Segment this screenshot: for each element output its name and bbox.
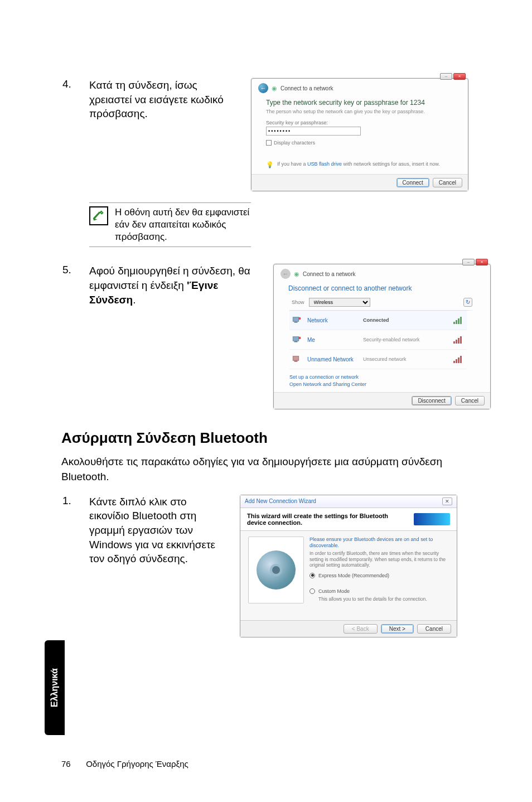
cancel-button[interactable]: Cancel xyxy=(455,396,485,405)
next-button[interactable]: Next > xyxy=(381,624,414,634)
network-name: Unnamed Network xyxy=(307,356,357,363)
note-icon xyxy=(89,206,108,225)
svg-rect-3 xyxy=(293,337,299,341)
document-page: 4. Κατά τη σύνδεση, ίσως χρειαστεί να ει… xyxy=(0,0,532,637)
step-1-bt-row: 1. Κάντε διπλό κλικ στο εικονίδιο Blueto… xyxy=(61,495,487,637)
close-button[interactable]: × xyxy=(453,73,466,80)
network-icon: ◉ xyxy=(272,85,277,92)
bluetooth-wizard-wrap: Add New Connection Wizard ✕ This wizard … xyxy=(240,495,487,637)
connect-button[interactable]: Connect xyxy=(396,178,429,187)
wizard-hint-1: Please ensure your Bluetooth devices are… xyxy=(309,537,449,549)
step-text: Αφού δημιουργηθεί η σύνδεση, θα εμφανιστ… xyxy=(89,264,262,307)
computer-icon xyxy=(292,354,302,364)
close-button[interactable]: ✕ xyxy=(442,497,452,505)
wizard-banner-text: This wizard will create the settings for… xyxy=(247,513,408,526)
list-item[interactable]: Network Connected xyxy=(289,311,467,330)
note-text: Η οθόνη αυτή δεν θα εμφανιστεί εάν δεν α… xyxy=(115,206,251,243)
banner-graphic xyxy=(414,513,450,525)
minimize-button[interactable]: – xyxy=(462,259,475,265)
bluetooth-wizard: Add New Connection Wizard ✕ This wizard … xyxy=(240,495,457,637)
svg-point-2 xyxy=(298,317,301,320)
note-box: Η οθόνη αυτή δεν θα εμφανιστεί εάν δεν α… xyxy=(89,202,251,247)
svg-rect-7 xyxy=(294,361,298,362)
back-icon: ← xyxy=(280,269,291,279)
back-icon[interactable]: ← xyxy=(258,83,268,93)
wizard-main: Please ensure your Bluetooth devices are… xyxy=(240,531,457,620)
computer-icon xyxy=(292,335,302,345)
list-item[interactable]: Unnamed Network Unsecured network xyxy=(289,350,467,369)
info-text-a: If you have a xyxy=(277,161,307,167)
lightbulb-icon: 💡 xyxy=(266,161,274,168)
radio-icon xyxy=(309,573,315,578)
list-item[interactable]: Me Security-enabled network xyxy=(289,330,467,350)
custom-mode-desc: This allows you to set the details for t… xyxy=(318,596,449,602)
network-name: Network xyxy=(307,317,357,323)
minimize-button[interactable]: – xyxy=(440,73,452,80)
disc-icon xyxy=(257,550,296,590)
security-key-input[interactable] xyxy=(266,127,361,136)
breadcrumb: Connect to a network xyxy=(303,271,356,277)
wizard-window-title: Add New Connection Wizard xyxy=(245,498,316,504)
language-tab: Ελληνικά xyxy=(45,640,65,735)
scroll-up-icon[interactable]: ▲ xyxy=(467,311,474,319)
scrollbar[interactable]: ▲ ▼ xyxy=(467,311,475,369)
close-button[interactable]: × xyxy=(476,259,488,265)
dialog-title: Disconnect or connect to another network xyxy=(288,284,476,292)
cancel-button[interactable]: Cancel xyxy=(433,178,462,187)
svg-rect-4 xyxy=(294,341,298,342)
network-icon: ◉ xyxy=(294,270,299,278)
dialog-header: ← ◉ Connect to a network xyxy=(252,79,468,95)
security-key-dialog-wrap: – × ← ◉ Connect to a network Type the ne… xyxy=(251,78,487,191)
network-list-dialog-wrap: – × ← ◉ Connect to a network Disconnect … xyxy=(273,264,491,409)
dialog-button-bar: Disconnect Cancel xyxy=(274,392,490,409)
field-label: Security key or passphrase: xyxy=(266,120,453,125)
network-status: Unsecured network xyxy=(363,356,448,362)
refresh-button[interactable]: ↻ xyxy=(463,298,472,307)
wizard-button-bar: < Back Next > Cancel xyxy=(240,620,457,637)
dialog-button-bar: Connect Cancel xyxy=(252,174,468,191)
custom-mode-radio[interactable]: Custom Mode xyxy=(309,588,449,594)
computer-icon xyxy=(292,315,302,325)
security-key-dialog: – × ← ◉ Connect to a network Type the ne… xyxy=(251,78,468,191)
svg-point-5 xyxy=(298,337,301,340)
wizard-titlebar: Add New Connection Wizard ✕ xyxy=(240,495,457,508)
step-text: Κατά τη σύνδεση, ίσως χρειαστεί να εισάγ… xyxy=(89,78,240,121)
wizard-options: Please ensure your Bluetooth devices are… xyxy=(309,537,449,607)
show-label: Show xyxy=(292,299,304,305)
window-controls: – × xyxy=(440,73,466,80)
setup-connection-link[interactable]: Set up a connection or network xyxy=(289,374,475,381)
back-button: < Back xyxy=(344,624,378,634)
usb-link[interactable]: USB flash drive xyxy=(307,161,342,167)
network-name: Me xyxy=(307,337,357,343)
network-status: Connected xyxy=(363,317,448,323)
breadcrumb: Connect to a network xyxy=(280,85,333,91)
dialog-links: Set up a connection or network Open Netw… xyxy=(274,371,490,392)
express-mode-radio[interactable]: Express Mode (Recommended) xyxy=(309,573,449,578)
svg-rect-6 xyxy=(293,356,299,361)
step-4-row: 4. Κατά τη σύνδεση, ίσως χρειαστεί να ει… xyxy=(61,78,487,191)
disconnect-button[interactable]: Disconnect xyxy=(412,396,451,405)
radio-icon xyxy=(309,588,315,594)
section-title: Ασύρματη Σύνδεση Bluetooth xyxy=(61,429,487,447)
wizard-banner: This wizard will create the settings for… xyxy=(240,508,457,531)
step-number: 1. xyxy=(61,495,78,507)
dialog-subtitle: The person who setup the network can giv… xyxy=(266,109,453,114)
page-number: 76 xyxy=(61,759,84,769)
step-5-row: 5. Αφού δημιουργηθεί η σύνδεση, θα εμφαν… xyxy=(61,264,487,409)
section-intro: Ακολουθήστε τις παρακάτω οδηγίες για να … xyxy=(61,455,487,484)
scroll-down-icon[interactable]: ▼ xyxy=(467,361,474,369)
svg-rect-0 xyxy=(293,317,299,322)
signal-icon xyxy=(453,317,465,324)
step5-text-a: Αφού δημιουργηθεί η σύνδεση, θα εμφανιστ… xyxy=(89,265,250,291)
wizard-hint-2: In order to certify Bluetooth, there are… xyxy=(309,550,449,568)
checkbox-label: Display characters xyxy=(274,140,315,146)
display-characters-checkbox[interactable]: Display characters xyxy=(266,140,453,146)
scroll-thumb[interactable] xyxy=(468,320,473,337)
network-status: Security-enabled network xyxy=(363,337,448,342)
dialog-header: ← ◉ Connect to a network xyxy=(274,264,490,281)
open-sharing-center-link[interactable]: Open Network and Sharing Center xyxy=(289,381,475,388)
cancel-button[interactable]: Cancel xyxy=(417,624,451,634)
show-select[interactable]: Wireless xyxy=(309,298,370,307)
window-controls: – × xyxy=(462,259,488,265)
step-text: Κάντε διπλό κλικ στο εικονίδιο Bluetooth… xyxy=(89,495,229,566)
